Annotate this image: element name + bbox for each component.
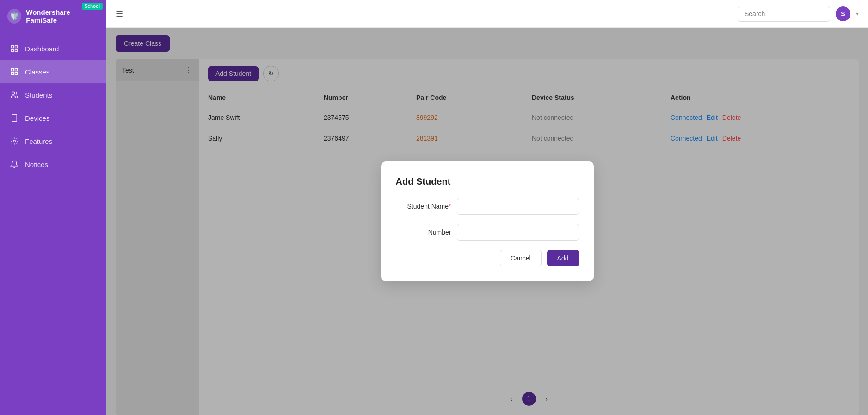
logo-icon: 🛡️ (7, 9, 21, 24)
user-avatar[interactable]: S (836, 6, 850, 21)
student-name-group: Student Name* (396, 198, 579, 215)
modal-actions: Cancel Add (396, 250, 579, 266)
svg-rect-3 (15, 50, 18, 52)
svg-rect-2 (11, 50, 13, 52)
svg-point-11 (13, 140, 16, 142)
sidebar-item-dashboard[interactable]: Dashboard (0, 37, 106, 60)
sidebar-item-students[interactable]: Students (0, 83, 106, 106)
features-label: Features (25, 137, 52, 145)
svg-rect-1 (15, 45, 18, 48)
sidebar-nav: Dashboard Classes Students Devices Featu… (0, 32, 106, 176)
content-area: Create Class Test ⋮ Add Student ↻ (106, 28, 868, 415)
hamburger-menu[interactable]: ☰ (116, 9, 123, 19)
add-student-modal: Add Student Student Name* Number Cancel … (381, 161, 594, 281)
devices-label: Devices (25, 114, 49, 122)
notices-icon (9, 159, 19, 169)
svg-rect-0 (11, 45, 13, 48)
sidebar-item-features[interactable]: Features (0, 130, 106, 153)
svg-rect-4 (11, 68, 13, 71)
user-menu-chevron[interactable]: ▾ (856, 11, 859, 17)
classes-icon (9, 67, 19, 77)
app-name: Wondershare FamiSafe (26, 8, 99, 24)
devices-icon (9, 113, 19, 123)
add-button[interactable]: Add (547, 250, 579, 266)
cancel-button[interactable]: Cancel (500, 250, 542, 266)
student-name-label: Student Name* (396, 203, 451, 210)
svg-rect-7 (15, 73, 18, 75)
svg-point-8 (12, 92, 15, 94)
number-label: Number (396, 229, 451, 236)
sidebar: 🛡️ Wondershare FamiSafe School Dashboard… (0, 0, 106, 415)
classes-label: Classes (25, 68, 49, 76)
sidebar-logo: 🛡️ Wondershare FamiSafe School (0, 0, 106, 32)
svg-rect-6 (11, 73, 13, 75)
number-input[interactable] (457, 224, 579, 241)
main-area: ☰ S ▾ Create Class Test ⋮ Add Studen (106, 0, 868, 415)
students-icon (9, 90, 19, 100)
number-group: Number (396, 224, 579, 241)
features-icon (9, 136, 19, 146)
modal-title: Add Student (396, 176, 579, 187)
student-name-input[interactable] (457, 198, 579, 215)
search-input[interactable] (738, 6, 830, 22)
students-label: Students (25, 91, 52, 99)
school-badge: School (82, 3, 103, 10)
svg-rect-5 (15, 68, 18, 71)
dashboard-icon (9, 43, 19, 54)
modal-overlay: Add Student Student Name* Number Cancel … (106, 28, 868, 415)
sidebar-item-devices[interactable]: Devices (0, 106, 106, 130)
sidebar-item-classes[interactable]: Classes (0, 60, 106, 83)
svg-rect-9 (12, 115, 17, 122)
sidebar-item-notices[interactable]: Notices (0, 153, 106, 176)
topbar-right: S ▾ (738, 6, 859, 22)
topbar: ☰ S ▾ (106, 0, 868, 28)
dashboard-label: Dashboard (25, 45, 59, 53)
notices-label: Notices (25, 161, 48, 168)
